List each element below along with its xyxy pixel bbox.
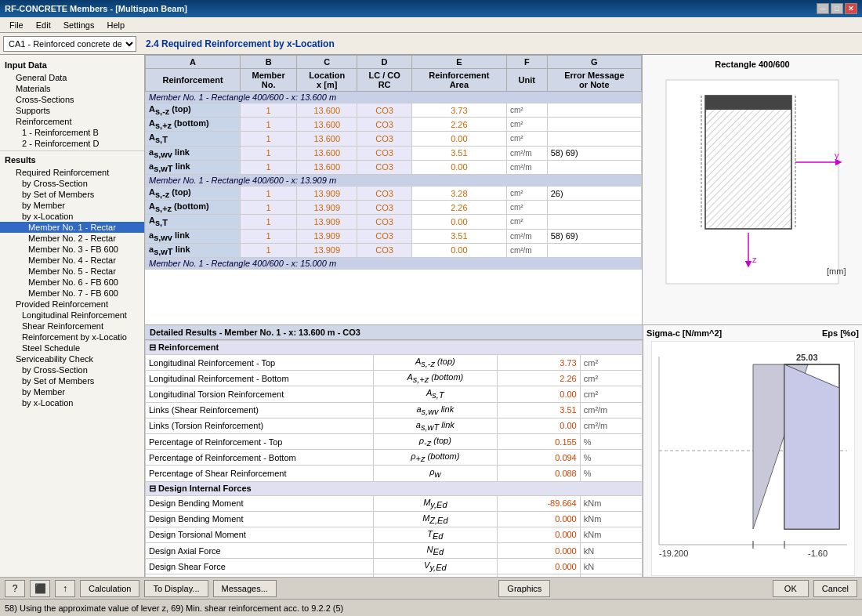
col-subheader-c: Locationx [m] [297,69,357,92]
detail-symbol: As,-z (top) [373,355,498,371]
sidebar-item-reinf-b[interactable]: 1 - Reinforcement B [0,127,144,138]
tool-btn-2[interactable]: ⬛ [30,580,50,597]
col-header-a: A [146,56,241,69]
sidebar-item-member3[interactable]: Member No. 3 - FB 600 [0,244,144,255]
section-label-1: Member No. 1 - Rectangle 400/600 - x: 13… [146,92,642,103]
sidebar-item-shear-reinf[interactable]: Shear Reinforcement [0,321,144,332]
detail-value: 0.094 [498,450,581,466]
status-bar: 58) Using the approximate value of lever… [0,599,862,616]
calculation-button[interactable]: Calculation [80,580,139,597]
sidebar-item-supports[interactable]: Supports [0,105,144,116]
to-display-button[interactable]: To Display... [144,580,208,597]
top-area: A B C D E F G Reinforcement MemberNo. Lo… [145,55,862,325]
sidebar-item-member4[interactable]: Member No. 4 - Rectar [0,255,144,266]
location: 13.600 [297,118,357,132]
sidebar-item-serv-by-set[interactable]: by Set of Members [0,375,144,386]
tool-btn-3[interactable]: ↑ [55,580,75,597]
main-layout: Input Data General Data Materials Cross-… [0,55,862,577]
sidebar-item-req-reinf[interactable]: Required Reinforcement [0,167,144,178]
detail-unit: % [580,433,642,449]
maximize-button[interactable]: □ [831,3,843,14]
note [547,215,641,229]
close-button[interactable]: ✕ [845,3,857,14]
detail-symbol: as,wv link [373,402,498,418]
sidebar-item-member6[interactable]: Member No. 6 - FB 600 [0,277,144,288]
detail-row-label: Design Shear Force [146,559,374,574]
sidebar-item-prov-reinf[interactable]: Provided Reinforcement [0,299,144,310]
detail-unit: kN [580,543,642,559]
area-value: 0.00 [411,160,506,174]
sidebar-item-by-cross[interactable]: by Cross-Section [0,178,144,189]
menu-help[interactable]: Help [100,19,131,31]
sidebar-item-by-set[interactable]: by Set of Members [0,189,144,200]
cross-section-svg: y z [mm] [658,72,846,292]
unit: cm² [506,103,547,118]
col-header-f: F [506,56,547,69]
member-no: 1 [241,146,297,160]
sidebar-item-cross-sections[interactable]: Cross-Sections [0,94,144,105]
sidebar-item-by-member[interactable]: by Member [0,200,144,211]
sidebar-item-reinf-by-x[interactable]: Reinforcement by x-Locatio [0,332,144,342]
messages-button[interactable]: Messages... [213,580,277,597]
stress-diagram-svg: 25.03 -19.200 -1.60 [651,341,855,576]
note: 58) 69) [547,146,641,160]
sidebar-item-reinforcement[interactable]: Reinforcement [0,116,144,127]
detail-value: 3.51 [498,402,581,418]
detail-title: Detailed Results - Member No. 1 - x: 13.… [145,325,643,340]
menu-settings[interactable]: Settings [57,19,101,31]
cancel-button[interactable]: Cancel [813,580,857,597]
detail-row-label: Links (Torsion Reinforcement) [146,418,374,433]
detail-row: Longitudinal Reinforcement - Bottom As,+… [146,371,643,386]
detail-value: 0.000 [498,559,581,574]
sidebar-item-by-x[interactable]: by x-Location [0,211,144,222]
col-subheader-g: Error Messageor Note [547,69,641,92]
svg-text:-19.200: -19.200 [659,549,688,558]
sidebar-item-steel-sched[interactable]: Steel Schedule [0,342,144,353]
detail-symbol: as,wT link [373,418,498,433]
sidebar-item-general[interactable]: General Data [0,72,144,83]
detail-symbol: My,Ed [373,495,498,511]
detail-table-container[interactable]: Detailed Results - Member No. 1 - x: 13.… [145,325,643,577]
col-header-e: E [411,56,506,69]
sidebar-item-member2[interactable]: Member No. 2 - Rectar [0,233,144,244]
detail-unit: kNm [580,511,642,527]
menu-edit[interactable]: Edit [30,19,57,31]
unit: cm² [506,201,547,215]
sidebar-item-materials[interactable]: Materials [0,83,144,94]
cs-title: Rectangle 400/600 [647,60,857,69]
unit: cm² [506,215,547,229]
graphics-button[interactable]: Graphics [498,580,550,597]
reinf-label: As,-z (top) [146,103,241,118]
reinf-label: as,wT link [146,243,241,257]
tool-btn-1[interactable]: ? [5,580,25,597]
results-table: A B C D E F G Reinforcement MemberNo. Lo… [145,55,642,270]
col-subheader-d: LC / CORC [357,69,411,92]
detail-row-label: Design Axial Force [146,543,374,559]
lc-co: CO3 [357,243,411,257]
section-row-1: Member No. 1 - Rectangle 400/600 - x: 13… [146,92,642,103]
minimize-button[interactable]: ─ [817,3,829,14]
sidebar-item-serv-by-cross[interactable]: by Cross-Section [0,364,144,375]
sidebar-item-member7[interactable]: Member No. 7 - FB 600 [0,288,144,299]
ca-dropdown[interactable]: CA1 - Reinforced concrete desi... [3,36,136,52]
menu-file[interactable]: File [3,19,30,31]
location: 13.909 [297,186,357,200]
table-row: as,wv link 1 13.600 CO3 3.51 cm²/m 58) 6… [146,146,642,160]
sidebar-item-long-reinf[interactable]: Longitudinal Reinforcement [0,310,144,321]
detail-symbol: As,T [373,386,498,402]
sidebar-item-serv-by-x[interactable]: by x-Location [0,397,144,408]
sidebar-item-member5[interactable]: Member No. 5 - Rectar [0,266,144,277]
col-header-g: G [547,56,641,69]
note [547,132,641,146]
ok-button[interactable]: OK [773,580,809,597]
detail-row: Design Bending Moment My,Ed -89.664 kNm [146,495,643,511]
menu-bar: File Edit Settings Help [0,17,862,33]
results-table-container[interactable]: A B C D E F G Reinforcement MemberNo. Lo… [145,55,643,324]
area-value: 0.00 [411,243,506,257]
sidebar-item-reinf-d[interactable]: 2 - Reinforcement D [0,138,144,149]
sidebar-item-serv-by-member[interactable]: by Member [0,386,144,397]
sidebar-item-serv-check[interactable]: Serviceability Check [0,353,144,364]
member-no: 1 [241,186,297,200]
detail-row-label: Design Bending Moment [146,511,374,527]
sidebar-item-member1[interactable]: Member No. 1 - Rectar [0,222,144,233]
